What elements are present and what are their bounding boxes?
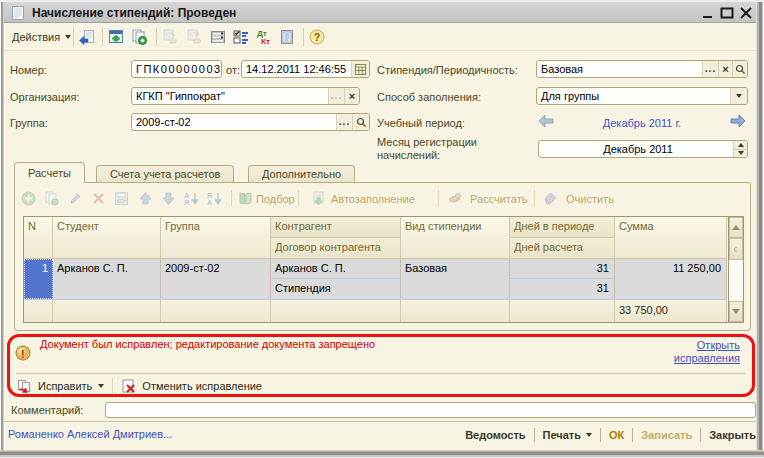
tab-raschety[interactable]: Расчеты bbox=[14, 162, 85, 183]
toolbar-separator bbox=[298, 190, 299, 206]
unpost-document-icon bbox=[186, 29, 202, 45]
column-header-sum[interactable]: Сумма bbox=[615, 217, 727, 259]
group-open-button[interactable] bbox=[352, 114, 369, 130]
separator bbox=[112, 378, 113, 394]
organization-select-button[interactable]: ... bbox=[328, 88, 344, 104]
tab-scheta-ucheta[interactable]: Счета учета расчетов bbox=[96, 165, 234, 183]
cell-days-period[interactable]: 31 bbox=[510, 259, 615, 279]
document-icon bbox=[10, 5, 26, 21]
cell-kind[interactable]: Базовая bbox=[401, 259, 510, 299]
calendar-button[interactable] bbox=[351, 61, 369, 77]
copy-row-icon bbox=[44, 191, 59, 206]
column-header-contractor[interactable]: Контрагент bbox=[271, 217, 401, 238]
maximize-button[interactable] bbox=[720, 6, 734, 20]
fill-method-select[interactable]: Для группы bbox=[536, 87, 748, 105]
fill-method-dropdown-button[interactable] bbox=[730, 88, 747, 104]
chevron-down-icon bbox=[65, 35, 71, 39]
ellipsis-icon: ... bbox=[331, 91, 342, 101]
cell-student[interactable]: Арканов С. П. bbox=[53, 259, 161, 299]
scrollbar-thumb[interactable] bbox=[729, 238, 743, 260]
thumb-grip bbox=[732, 245, 739, 252]
close-form-button[interactable]: Закрыть bbox=[709, 429, 756, 441]
group-label: Группа: bbox=[10, 117, 48, 129]
cell-sum[interactable]: 11 250,00 bbox=[615, 259, 727, 299]
autofill-icon bbox=[311, 191, 326, 206]
sheet-label: Ведомость bbox=[465, 429, 525, 441]
column-header-days-calc[interactable]: Дней расчета bbox=[510, 238, 615, 259]
close-button[interactable] bbox=[739, 6, 753, 20]
previous-period-button[interactable] bbox=[536, 112, 556, 130]
arrow-down-icon bbox=[732, 309, 740, 314]
clear-icon bbox=[543, 191, 558, 206]
comment-input[interactable] bbox=[105, 402, 756, 418]
delete-row-icon bbox=[91, 191, 106, 206]
column-header-group[interactable]: Группа bbox=[161, 217, 271, 259]
next-period-button[interactable] bbox=[728, 112, 748, 130]
open-corrections-link[interactable]: Открыть исправления bbox=[674, 339, 740, 365]
sheet-button[interactable]: Ведомость bbox=[465, 429, 525, 441]
refresh-form-icon[interactable] bbox=[108, 29, 124, 45]
stipend-open-button[interactable] bbox=[732, 61, 747, 77]
minimize-button[interactable] bbox=[701, 6, 715, 20]
column-header-contract[interactable]: Договор контрагента bbox=[271, 238, 401, 259]
tab-dopolnitelno[interactable]: Дополнительно bbox=[248, 165, 355, 183]
study-period-label: Учебный период: bbox=[377, 117, 465, 129]
column-header-kind[interactable]: Вид стипендии bbox=[401, 217, 510, 259]
column-header-student[interactable]: Студент bbox=[53, 217, 161, 259]
footer-total-cell: 33 750,00 bbox=[615, 300, 727, 322]
cell-contractor[interactable]: Арканов С. П. bbox=[271, 259, 401, 279]
sort-ascending-icon: А Я bbox=[184, 191, 199, 206]
window-title: Начисление стипендий: Проведен bbox=[32, 6, 236, 20]
print-button[interactable]: Печать bbox=[543, 429, 592, 441]
stipend-select-button[interactable]: ... bbox=[702, 61, 718, 77]
magnifier-icon bbox=[356, 117, 367, 128]
reg-month-spinner[interactable] bbox=[733, 141, 747, 157]
column-header-days-period[interactable]: Дней в периоде bbox=[510, 217, 615, 238]
add-row-icon bbox=[21, 191, 36, 206]
arrow-up-icon bbox=[732, 225, 740, 230]
cell-group[interactable]: 2009-ст-02 bbox=[161, 259, 271, 299]
ok-button[interactable]: ОК bbox=[609, 429, 624, 441]
related-documents-icon[interactable] bbox=[279, 29, 295, 45]
help-icon[interactable]: ? bbox=[309, 29, 325, 45]
copy-icon[interactable] bbox=[131, 29, 147, 45]
responsible-link[interactable]: Романенко Алексей Дмитриев... bbox=[8, 428, 172, 440]
organization-clear-button[interactable]: × bbox=[344, 88, 359, 104]
document-list-icon[interactable] bbox=[210, 29, 226, 45]
cell-contract[interactable]: Стипендия bbox=[271, 279, 401, 299]
row-number-cell[interactable]: 1 bbox=[24, 259, 53, 299]
stipend-clear-button[interactable]: × bbox=[718, 61, 732, 77]
cell-days-calc[interactable]: 31 bbox=[510, 279, 615, 299]
bottom-buttons: Ведомость Печать ОК Записать Закрыть bbox=[465, 428, 756, 442]
movements-icon[interactable] bbox=[233, 29, 249, 45]
window-frame bbox=[0, 450, 764, 458]
tab-page: КОН А Я Я А Подбор Авто bbox=[14, 182, 751, 331]
separator bbox=[16, 373, 746, 374]
group-value: 2009-ст-02 bbox=[132, 114, 336, 130]
column-header-num[interactable]: N bbox=[24, 217, 53, 259]
cancel-fix-button[interactable]: Отменить исправление bbox=[142, 380, 262, 392]
organization-input[interactable]: КГКП "Гиппократ" ... × bbox=[131, 87, 360, 105]
number-input[interactable]: ГПК00000003 bbox=[131, 60, 222, 78]
fix-button[interactable]: Исправить bbox=[38, 380, 92, 392]
scroll-down-button[interactable] bbox=[729, 301, 743, 322]
group-input[interactable]: 2009-ст-02 ... bbox=[131, 113, 370, 131]
svg-text:!: ! bbox=[21, 348, 25, 360]
reg-month-input[interactable]: Декабрь 2011 bbox=[538, 140, 748, 158]
separator bbox=[3, 421, 761, 422]
debit-credit-icon[interactable]: Дт Кт bbox=[256, 29, 272, 45]
vertical-scrollbar[interactable] bbox=[728, 217, 743, 322]
end-edit-icon: КОН bbox=[114, 191, 129, 206]
save-button[interactable]: Записать bbox=[641, 429, 692, 441]
reread-icon[interactable] bbox=[79, 29, 95, 45]
date-input[interactable]: 14.12.2011 12:46:55 bbox=[241, 60, 370, 78]
actions-menu-button[interactable]: Действия bbox=[6, 26, 77, 48]
study-period-value[interactable]: Декабрь 2011 г. bbox=[560, 117, 724, 129]
stipend-input[interactable]: Базовая ... × bbox=[536, 60, 748, 78]
group-select-button[interactable]: ... bbox=[336, 114, 352, 130]
clear-icon: × bbox=[349, 91, 355, 102]
scroll-up-button[interactable] bbox=[729, 217, 743, 238]
separator bbox=[700, 428, 701, 442]
tab-label: Дополнительно bbox=[262, 168, 341, 180]
window-frame bbox=[756, 2, 764, 458]
